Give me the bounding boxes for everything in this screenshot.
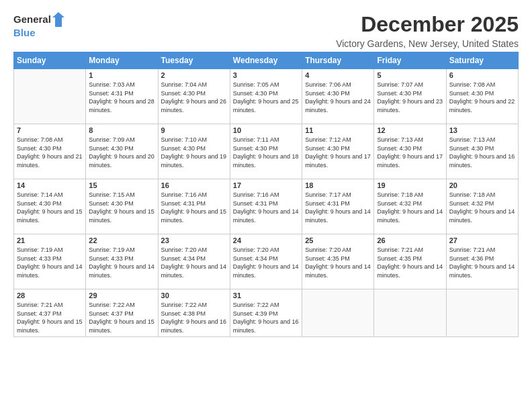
day-info: Sunrise: 7:22 AM Sunset: 4:39 PM Dayligh… — [233, 301, 299, 334]
table-row: 8Sunrise: 7:09 AM Sunset: 4:30 PM Daylig… — [86, 124, 158, 179]
header-wednesday: Wednesday — [230, 52, 302, 69]
day-number: 25 — [305, 236, 371, 244]
day-info: Sunrise: 7:21 AM Sunset: 4:35 PM Dayligh… — [377, 246, 443, 279]
day-info: Sunrise: 7:19 AM Sunset: 4:33 PM Dayligh… — [89, 246, 154, 279]
table-row: 29Sunrise: 7:22 AM Sunset: 4:37 PM Dayli… — [86, 289, 158, 337]
table-row: 15Sunrise: 7:15 AM Sunset: 4:30 PM Dayli… — [86, 179, 158, 234]
day-info: Sunrise: 7:16 AM Sunset: 4:31 PM Dayligh… — [233, 191, 299, 224]
table-row: 27Sunrise: 7:21 AM Sunset: 4:36 PM Dayli… — [446, 234, 518, 289]
table-row — [446, 289, 518, 337]
table-row: 22Sunrise: 7:19 AM Sunset: 4:33 PM Dayli… — [86, 234, 158, 289]
day-info: Sunrise: 7:06 AM Sunset: 4:30 PM Dayligh… — [305, 81, 371, 114]
day-number: 14 — [17, 181, 83, 189]
month-title: December 2025 — [336, 12, 519, 37]
table-row: 9Sunrise: 7:10 AM Sunset: 4:30 PM Daylig… — [158, 124, 230, 179]
day-info: Sunrise: 7:15 AM Sunset: 4:30 PM Dayligh… — [89, 191, 154, 224]
logo: General Blue — [13, 12, 64, 39]
table-row: 2Sunrise: 7:04 AM Sunset: 4:30 PM Daylig… — [158, 69, 230, 124]
day-number: 15 — [89, 181, 154, 189]
table-row: 3Sunrise: 7:05 AM Sunset: 4:30 PM Daylig… — [230, 69, 302, 124]
header-thursday: Thursday — [302, 52, 374, 69]
day-info: Sunrise: 7:20 AM Sunset: 4:34 PM Dayligh… — [161, 246, 227, 279]
day-number: 12 — [377, 126, 443, 134]
table-row: 11Sunrise: 7:12 AM Sunset: 4:30 PM Dayli… — [302, 124, 374, 179]
table-row: 21Sunrise: 7:19 AM Sunset: 4:33 PM Dayli… — [14, 234, 86, 289]
table-row: 23Sunrise: 7:20 AM Sunset: 4:34 PM Dayli… — [158, 234, 230, 289]
table-row: 19Sunrise: 7:18 AM Sunset: 4:32 PM Dayli… — [374, 179, 446, 234]
day-number: 20 — [449, 181, 515, 189]
table-row: 6Sunrise: 7:08 AM Sunset: 4:30 PM Daylig… — [446, 69, 518, 124]
logo-icon — [52, 12, 64, 27]
table-row: 16Sunrise: 7:16 AM Sunset: 4:31 PM Dayli… — [158, 179, 230, 234]
day-number: 18 — [305, 181, 371, 189]
table-row: 12Sunrise: 7:13 AM Sunset: 4:30 PM Dayli… — [374, 124, 446, 179]
day-number: 2 — [161, 71, 227, 79]
day-number: 31 — [233, 291, 299, 300]
day-number: 7 — [17, 126, 83, 134]
day-number: 17 — [233, 181, 299, 189]
day-number: 24 — [233, 236, 299, 244]
location-subtitle: Victory Gardens, New Jersey, United Stat… — [336, 38, 519, 49]
day-info: Sunrise: 7:20 AM Sunset: 4:34 PM Dayligh… — [233, 246, 299, 279]
day-number: 19 — [377, 181, 443, 189]
day-number: 30 — [161, 291, 227, 300]
day-info: Sunrise: 7:13 AM Sunset: 4:30 PM Dayligh… — [377, 136, 443, 169]
table-row — [14, 69, 86, 124]
day-info: Sunrise: 7:16 AM Sunset: 4:31 PM Dayligh… — [161, 191, 227, 224]
calendar-page: General Blue December 2025 Victory Garde… — [0, 0, 532, 411]
table-row: 4Sunrise: 7:06 AM Sunset: 4:30 PM Daylig… — [302, 69, 374, 124]
header-tuesday: Tuesday — [158, 52, 230, 69]
day-number: 5 — [377, 71, 443, 79]
day-number: 26 — [377, 236, 443, 244]
svg-marker-0 — [52, 12, 64, 27]
header-monday: Monday — [86, 52, 158, 69]
day-number: 9 — [161, 126, 227, 134]
table-row: 13Sunrise: 7:13 AM Sunset: 4:30 PM Dayli… — [446, 124, 518, 179]
day-info: Sunrise: 7:03 AM Sunset: 4:31 PM Dayligh… — [89, 81, 154, 114]
day-info: Sunrise: 7:09 AM Sunset: 4:30 PM Dayligh… — [89, 136, 154, 169]
day-info: Sunrise: 7:07 AM Sunset: 4:30 PM Dayligh… — [377, 81, 443, 114]
day-number: 3 — [233, 71, 299, 79]
table-row: 14Sunrise: 7:14 AM Sunset: 4:30 PM Dayli… — [14, 179, 86, 234]
day-info: Sunrise: 7:04 AM Sunset: 4:30 PM Dayligh… — [161, 81, 227, 114]
day-number: 29 — [89, 291, 154, 300]
day-number: 27 — [449, 236, 515, 244]
day-info: Sunrise: 7:17 AM Sunset: 4:31 PM Dayligh… — [305, 191, 371, 224]
day-info: Sunrise: 7:21 AM Sunset: 4:37 PM Dayligh… — [17, 301, 83, 334]
table-row: 10Sunrise: 7:11 AM Sunset: 4:30 PM Dayli… — [230, 124, 302, 179]
logo-general: General — [13, 13, 51, 26]
day-number: 16 — [161, 181, 227, 189]
day-number: 4 — [305, 71, 371, 79]
day-info: Sunrise: 7:12 AM Sunset: 4:30 PM Dayligh… — [305, 136, 371, 169]
day-info: Sunrise: 7:20 AM Sunset: 4:35 PM Dayligh… — [305, 246, 371, 279]
day-info: Sunrise: 7:14 AM Sunset: 4:30 PM Dayligh… — [17, 191, 83, 224]
table-row: 31Sunrise: 7:22 AM Sunset: 4:39 PM Dayli… — [230, 289, 302, 337]
header-friday: Friday — [374, 52, 446, 69]
day-info: Sunrise: 7:11 AM Sunset: 4:30 PM Dayligh… — [233, 136, 299, 169]
day-info: Sunrise: 7:18 AM Sunset: 4:32 PM Dayligh… — [377, 191, 443, 224]
day-info: Sunrise: 7:08 AM Sunset: 4:30 PM Dayligh… — [449, 81, 515, 114]
table-row — [374, 289, 446, 337]
table-row: 17Sunrise: 7:16 AM Sunset: 4:31 PM Dayli… — [230, 179, 302, 234]
table-row: 5Sunrise: 7:07 AM Sunset: 4:30 PM Daylig… — [374, 69, 446, 124]
day-info: Sunrise: 7:22 AM Sunset: 4:38 PM Dayligh… — [161, 301, 227, 334]
table-row: 18Sunrise: 7:17 AM Sunset: 4:31 PM Dayli… — [302, 179, 374, 234]
day-info: Sunrise: 7:05 AM Sunset: 4:30 PM Dayligh… — [233, 81, 299, 114]
table-row: 20Sunrise: 7:18 AM Sunset: 4:32 PM Dayli… — [446, 179, 518, 234]
title-area: December 2025 Victory Gardens, New Jerse… — [336, 12, 519, 49]
calendar-header-row: Sunday Monday Tuesday Wednesday Thursday… — [14, 52, 519, 69]
day-number: 21 — [17, 236, 83, 244]
day-info: Sunrise: 7:19 AM Sunset: 4:33 PM Dayligh… — [17, 246, 83, 279]
logo-blue: Blue — [13, 27, 36, 38]
table-row: 1Sunrise: 7:03 AM Sunset: 4:31 PM Daylig… — [86, 69, 158, 124]
day-number: 23 — [161, 236, 227, 244]
day-info: Sunrise: 7:08 AM Sunset: 4:30 PM Dayligh… — [17, 136, 83, 169]
day-number: 22 — [89, 236, 154, 244]
day-info: Sunrise: 7:22 AM Sunset: 4:37 PM Dayligh… — [89, 301, 154, 334]
day-number: 13 — [449, 126, 515, 134]
table-row: 24Sunrise: 7:20 AM Sunset: 4:34 PM Dayli… — [230, 234, 302, 289]
header: General Blue December 2025 Victory Garde… — [13, 12, 519, 49]
calendar-table: Sunday Monday Tuesday Wednesday Thursday… — [13, 52, 519, 337]
day-number: 11 — [305, 126, 371, 134]
table-row: 7Sunrise: 7:08 AM Sunset: 4:30 PM Daylig… — [14, 124, 86, 179]
